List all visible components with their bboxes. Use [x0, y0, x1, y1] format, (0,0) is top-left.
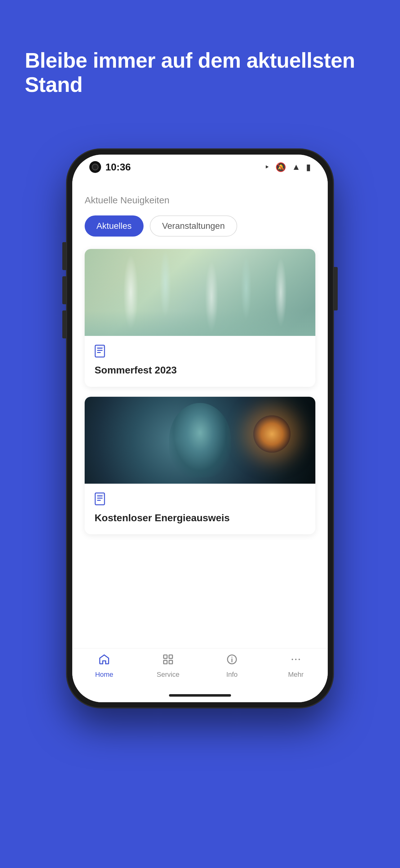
nav-item-service[interactable]: Service — [136, 653, 200, 679]
filter-tabs: Aktuelles Veranstaltungen — [85, 215, 315, 237]
home-bar — [169, 694, 231, 696]
phone-screen: 10:36 ‣ 🔕 ▲ ▮ Aktuelle Neuigkeiten Aktue… — [72, 155, 328, 702]
card-title-sommerfest: Sommerfest 2023 — [95, 364, 305, 377]
document-icon-1 — [95, 345, 108, 360]
tab-veranstaltungen[interactable]: Veranstaltungen — [150, 215, 237, 237]
svg-rect-12 — [164, 660, 167, 664]
status-bar: 10:36 ‣ 🔕 ▲ ▮ — [72, 155, 328, 180]
phone-mockup: 10:36 ‣ 🔕 ▲ ▮ Aktuelle Neuigkeiten Aktue… — [67, 149, 333, 708]
card-energieausweis[interactable]: Kostenloser Energieausweis — [85, 397, 315, 535]
more-icon — [290, 653, 302, 668]
svg-rect-1 — [97, 348, 103, 349]
svg-rect-6 — [97, 495, 103, 496]
svg-rect-8 — [97, 500, 101, 501]
tab-aktuelles[interactable]: Aktuelles — [85, 215, 143, 237]
nav-item-info[interactable]: Info — [200, 653, 264, 679]
card-image-energieausweis — [85, 397, 315, 484]
svg-rect-9 — [96, 494, 104, 495]
svg-rect-4 — [96, 346, 104, 348]
service-icon — [162, 653, 174, 668]
wifi-icon: ▲ — [292, 162, 300, 172]
card-sommerfest[interactable]: Sommerfest 2023 — [85, 249, 315, 387]
svg-rect-7 — [97, 498, 103, 499]
phone-shell: 10:36 ‣ 🔕 ▲ ▮ Aktuelle Neuigkeiten Aktue… — [67, 149, 333, 708]
document-icon-2 — [95, 492, 108, 507]
svg-rect-13 — [169, 660, 172, 664]
nav-item-home[interactable]: Home — [72, 653, 136, 679]
svg-point-18 — [295, 659, 297, 660]
card-body-energieausweis: Kostenloser Energieausweis — [85, 484, 315, 535]
status-time: 10:36 — [105, 161, 131, 173]
svg-rect-3 — [97, 352, 101, 353]
svg-point-19 — [299, 659, 300, 660]
card-body-sommerfest: Sommerfest 2023 — [85, 336, 315, 387]
battery-icon: ▮ — [306, 162, 311, 172]
bluetooth-icon: ‣ — [265, 162, 270, 172]
nav-label-service: Service — [157, 671, 179, 679]
screen-content: Aktuelle Neuigkeiten Aktuelles Veranstal… — [72, 180, 328, 648]
svg-point-17 — [292, 659, 293, 660]
nav-item-mehr[interactable]: Mehr — [264, 653, 328, 679]
bottom-nav: Home Service — [72, 648, 328, 688]
bell-icon: 🔕 — [275, 162, 286, 172]
svg-point-16 — [231, 657, 232, 657]
status-bar-left: 10:36 — [89, 161, 131, 173]
home-icon — [98, 653, 110, 668]
status-bar-right: ‣ 🔕 ▲ ▮ — [265, 162, 311, 172]
nav-label-mehr: Mehr — [288, 671, 304, 679]
card-title-energieausweis: Kostenloser Energieausweis — [95, 512, 305, 525]
section-title: Aktuelle Neuigkeiten — [85, 195, 315, 206]
front-camera — [89, 161, 101, 173]
svg-rect-2 — [97, 350, 103, 351]
hero-title: Bleibe immer auf dem aktuellsten Stand — [25, 48, 375, 97]
svg-rect-10 — [164, 655, 167, 658]
svg-rect-11 — [169, 655, 172, 658]
screen-inner: Aktuelle Neuigkeiten Aktuelles Veranstal… — [72, 180, 328, 648]
nav-label-info: Info — [226, 671, 238, 679]
card-image-sommerfest — [85, 249, 315, 336]
home-indicator — [72, 688, 328, 702]
info-icon — [226, 653, 238, 668]
nav-label-home: Home — [95, 671, 113, 679]
